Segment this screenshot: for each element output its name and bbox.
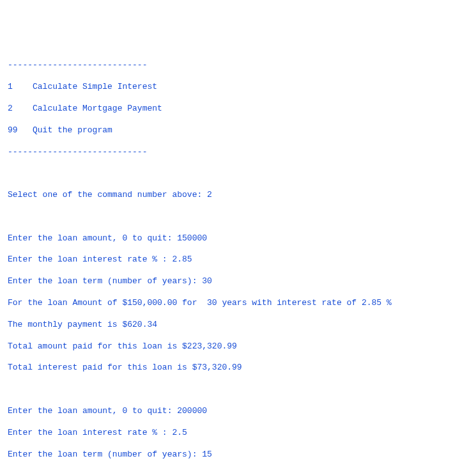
blank-line [8, 212, 468, 223]
loan-summary-line: For the loan Amount of $150,000.00 for 3… [8, 298, 468, 309]
loan-amount-prompt: Enter the loan amount, 0 to quit: 150000 [8, 233, 468, 244]
menu-item-quit: 99 Quit the program [8, 125, 468, 136]
menu-separator: ---------------------------- [8, 147, 468, 158]
total-interest-line: Total interest paid for this loan is $73… [8, 363, 468, 373]
interest-rate-prompt: Enter the loan interest rate % : 2.5 [8, 428, 468, 439]
menu-separator: ---------------------------- [8, 60, 468, 71]
monthly-payment-line: The monthly payment is $620.34 [8, 320, 468, 331]
blank-line [8, 384, 468, 395]
menu-item-mortgage-payment: 2 Calculate Mortgage Payment [8, 104, 468, 114]
loan-amount-prompt: Enter the loan amount, 0 to quit: 200000 [8, 406, 468, 417]
total-paid-line: Total amount paid for this loan is $223,… [8, 341, 468, 352]
console-output-block-1: ---------------------------- 1 Calculate… [8, 50, 468, 470]
interest-rate-prompt: Enter the loan interest rate % : 2.85 [8, 255, 468, 265]
command-prompt: Select one of the command number above: … [8, 190, 468, 201]
loan-term-prompt: Enter the loan term (number of years): 1… [8, 450, 468, 460]
blank-line [8, 168, 468, 179]
loan-term-prompt: Enter the loan term (number of years): 3… [8, 276, 468, 287]
menu-item-simple-interest: 1 Calculate Simple Interest [8, 82, 468, 93]
